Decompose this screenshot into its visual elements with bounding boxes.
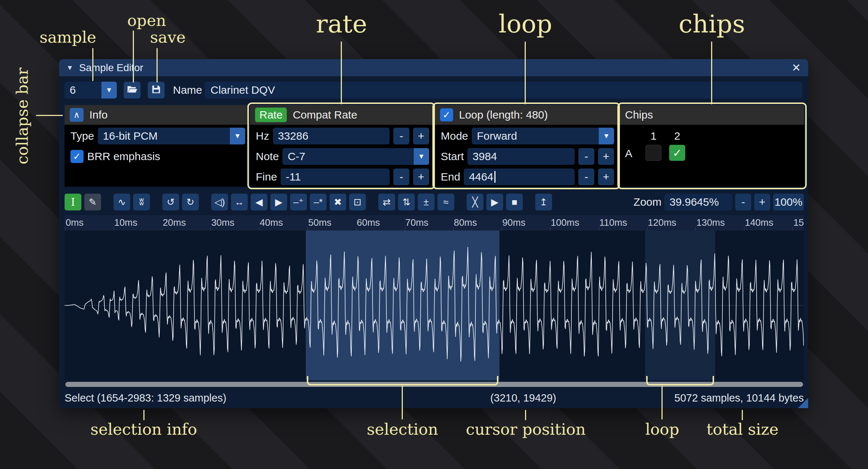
trim-icon: ⊡: [354, 197, 362, 208]
chip-2-checkbox[interactable]: ✓: [669, 145, 685, 161]
open-sample-button[interactable]: [124, 82, 140, 98]
draw-mode-button[interactable]: ✎: [84, 194, 101, 210]
insert-silence-icon: –⁺: [293, 197, 304, 208]
loop-mode-select[interactable]: Forward ▼: [472, 128, 614, 144]
info-panel: ∧ Info Type 16-bit PCM ▼ ✓ BRR emphasis: [65, 105, 249, 187]
loop-end-plus-button[interactable]: +: [598, 168, 614, 185]
reverse-icon: ⇄: [383, 197, 391, 208]
fine-plus-button[interactable]: +: [413, 168, 429, 185]
chevron-down-icon[interactable]: ▼: [599, 128, 614, 144]
selection-bracket: [307, 376, 498, 385]
normalize-button[interactable]: ↔: [231, 194, 248, 210]
chip-column-1: 1: [645, 130, 661, 142]
rate-badge[interactable]: Rate: [255, 108, 287, 122]
fade-in-icon: ◀: [255, 197, 263, 208]
chips-panel: Chips 1 2 A ✓: [620, 105, 804, 187]
export-sample-button[interactable]: ↥: [535, 194, 552, 210]
fine-minus-button[interactable]: -: [393, 168, 409, 185]
loop-bracket: [646, 376, 714, 385]
annotation-line-rate: [341, 42, 342, 104]
preview-icon: ▶: [491, 197, 498, 208]
type-label: Type: [70, 130, 94, 142]
amplify-button[interactable]: ◁): [211, 194, 228, 210]
loop-end-input[interactable]: 4464: [464, 168, 575, 185]
ruler-label: 70ms: [405, 217, 429, 228]
chips-panel-title: Chips: [625, 109, 653, 121]
loop-start-plus-button[interactable]: +: [598, 148, 614, 165]
annotation-line-save: [157, 48, 158, 82]
annotation-rate: rate: [316, 11, 367, 37]
fine-input[interactable]: -11: [281, 168, 390, 185]
stop-preview-button[interactable]: ■: [506, 194, 523, 210]
ruler-label: 50ms: [308, 217, 332, 228]
waveform-display[interactable]: [65, 230, 804, 380]
redo-icon: ↻: [186, 197, 194, 208]
redo-button[interactable]: ↻: [182, 194, 199, 210]
invert-button[interactable]: ⇅: [398, 194, 415, 210]
status-bar: Select (1654-2983: 1329 samples) (3210, …: [65, 388, 804, 408]
ruler-tick: [695, 227, 696, 230]
fade-out-icon: ▶: [275, 197, 282, 208]
undo-button[interactable]: ↺: [162, 194, 179, 210]
floppy-disk-icon: [151, 84, 161, 96]
apply-silence-icon: –*: [314, 197, 323, 208]
annotation-selection-info: selection info: [90, 421, 197, 438]
annotation-line-cursor-position: [525, 410, 526, 420]
close-icon[interactable]: ✕: [792, 61, 801, 74]
chevron-down-icon[interactable]: ▼: [230, 128, 245, 144]
collapse-info-button[interactable]: ∧: [70, 108, 84, 122]
crossfade-button[interactable]: ╳: [467, 194, 483, 210]
delete-button[interactable]: ✖: [329, 194, 346, 210]
create-wavetable-button[interactable]: ʬ: [133, 194, 150, 210]
save-sample-button[interactable]: [148, 82, 165, 98]
crossfade-icon: ╳: [472, 197, 478, 208]
trim-button[interactable]: ⊡: [349, 194, 366, 210]
annotation-line-collapse-bar: [36, 115, 63, 116]
folder-open-icon: [127, 84, 138, 96]
chevron-down-icon[interactable]: ▼: [414, 148, 429, 165]
reverse-button[interactable]: ⇄: [378, 194, 395, 210]
timeline-ruler[interactable]: 0ms10ms20ms30ms40ms50ms60ms70ms80ms90ms1…: [65, 215, 804, 230]
annotation-line-chips: [711, 42, 712, 104]
loop-panel-title: Loop (length: 480): [459, 109, 548, 121]
loop-end-minus-button[interactable]: -: [578, 168, 594, 185]
ruler-label: 100ms: [551, 217, 579, 228]
text-caret: [494, 171, 495, 183]
fine-label: Fine: [256, 171, 277, 183]
loop-enable-checkbox[interactable]: ✓: [440, 108, 453, 121]
window-collapse-icon[interactable]: ▼: [66, 64, 73, 72]
filter-button[interactable]: ≈: [437, 194, 454, 210]
rate-panel: Rate Compat Rate Hz 33286 - + Note C-7 ▼…: [250, 105, 433, 187]
resize-grip[interactable]: [798, 398, 808, 408]
chip-1-checkbox[interactable]: [645, 145, 661, 161]
cursor-position-text: (3210, 19429): [490, 392, 556, 404]
hz-plus-button[interactable]: +: [413, 128, 429, 144]
brr-emphasis-checkbox[interactable]: ✓: [70, 150, 84, 163]
sample-name-input[interactable]: Clarinet DQV: [205, 82, 802, 98]
resample-button[interactable]: ∿: [113, 194, 130, 210]
fade-out-button[interactable]: ▶: [270, 194, 287, 210]
sample-type-value: 16-bit PCM: [98, 128, 230, 144]
hz-minus-button[interactable]: -: [393, 128, 409, 144]
ruler-tick: [162, 227, 162, 230]
insert-silence-button[interactable]: –⁺: [290, 194, 307, 210]
preview-button[interactable]: ▶: [486, 194, 503, 210]
fade-in-button[interactable]: ◀: [251, 194, 267, 210]
sample-select[interactable]: 6 ▼: [65, 82, 117, 98]
loop-start-minus-button[interactable]: -: [578, 148, 594, 165]
select-mode-button[interactable]: I: [65, 194, 81, 210]
chevron-down-icon[interactable]: ▼: [101, 82, 117, 98]
loop-start-input[interactable]: 3984: [467, 148, 575, 165]
note-select[interactable]: C-7 ▼: [282, 148, 429, 165]
apply-silence-button[interactable]: –*: [310, 194, 327, 210]
hz-input[interactable]: 33286: [273, 128, 390, 144]
ruler-tick: [599, 227, 599, 230]
sample-type-select[interactable]: 16-bit PCM ▼: [98, 128, 245, 144]
window-titlebar[interactable]: ▼ Sample Editor ✕: [59, 59, 808, 76]
annotation-open: open: [127, 12, 166, 29]
sign-convert-icon: ±: [424, 197, 429, 208]
ruler-tick: [259, 227, 259, 230]
sign-convert-button[interactable]: ±: [418, 194, 435, 210]
ruler-tick: [405, 227, 405, 230]
ruler-label: 130ms: [696, 217, 725, 228]
